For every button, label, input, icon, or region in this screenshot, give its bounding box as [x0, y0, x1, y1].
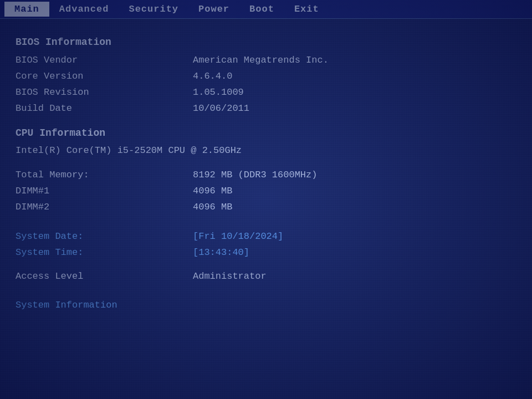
core-version-value: 4.6.4.0 — [193, 69, 232, 84]
menu-item-exit[interactable]: Exit — [284, 2, 329, 17]
dimm1-label: DIMM#1 — [16, 183, 193, 198]
core-version-row: Core Version 4.6.4.0 — [16, 69, 516, 84]
dimm1-row: DIMM#1 4096 MB — [16, 183, 516, 198]
bios-revision-value: 1.05.1009 — [193, 85, 244, 100]
build-date-label: Build Date — [16, 101, 193, 116]
system-date-value[interactable]: [Fri 10/18/2024] — [193, 229, 283, 244]
total-memory-label: Total Memory: — [16, 167, 193, 182]
access-level-label: Access Level — [16, 269, 193, 284]
access-level-value: Administrator — [193, 269, 267, 284]
dimm2-row: DIMM#2 4096 MB — [16, 200, 516, 214]
menu-item-main[interactable]: Main — [4, 2, 49, 17]
system-time-label: System Time: — [16, 245, 193, 260]
bios-vendor-label: BIOS Vendor — [16, 53, 193, 68]
bios-revision-row: BIOS Revision 1.05.1009 — [16, 85, 516, 100]
total-memory-value: 8192 MB (DDR3 1600MHz) — [193, 167, 317, 182]
access-level-row: Access Level Administrator — [16, 269, 516, 284]
build-date-row: Build Date 10/06/2011 — [16, 101, 516, 116]
memory-section: Total Memory: 8192 MB (DDR3 1600MHz) DIM… — [16, 167, 516, 215]
bios-vendor-value: American Megatrends Inc. — [193, 53, 329, 68]
menu-item-advanced[interactable]: Advanced — [49, 2, 119, 17]
menu-item-boot[interactable]: Boot — [239, 2, 284, 17]
build-date-value: 10/06/2011 — [193, 101, 249, 116]
core-version-label: Core Version — [16, 69, 193, 84]
system-date-label: System Date: — [16, 229, 193, 244]
system-time-value[interactable]: [13:43:40] — [193, 245, 249, 260]
system-time-row: System Time: [13:43:40] — [16, 245, 516, 260]
access-level-section: Access Level Administrator — [16, 269, 516, 284]
bios-revision-label: BIOS Revision — [16, 85, 193, 100]
system-date-row: System Date: [Fri 10/18/2024] — [16, 229, 516, 244]
dimm1-value: 4096 MB — [193, 183, 232, 198]
dimm2-label: DIMM#2 — [16, 200, 193, 214]
main-content: BIOS Information BIOS Vendor American Me… — [0, 19, 532, 323]
menu-item-security[interactable]: Security — [119, 2, 188, 17]
menu-bar: Main Advanced Security Power Boot Exit — [0, 0, 532, 19]
bios-vendor-row: BIOS Vendor American Megatrends Inc. — [16, 53, 516, 68]
cpu-string: Intel(R) Core(TM) i5-2520M CPU @ 2.50GHz — [16, 143, 516, 158]
menu-item-power[interactable]: Power — [188, 2, 239, 17]
total-memory-row: Total Memory: 8192 MB (DDR3 1600MHz) — [16, 167, 516, 182]
bios-info-header: BIOS Information — [16, 34, 516, 50]
dimm2-value: 4096 MB — [193, 200, 232, 214]
datetime-section: System Date: [Fri 10/18/2024] System Tim… — [16, 229, 516, 260]
cpu-info-header: CPU Information — [16, 125, 516, 141]
bios-screen: Main Advanced Security Power Boot Exit B… — [0, 0, 532, 399]
system-information-label: System Information — [16, 298, 516, 313]
